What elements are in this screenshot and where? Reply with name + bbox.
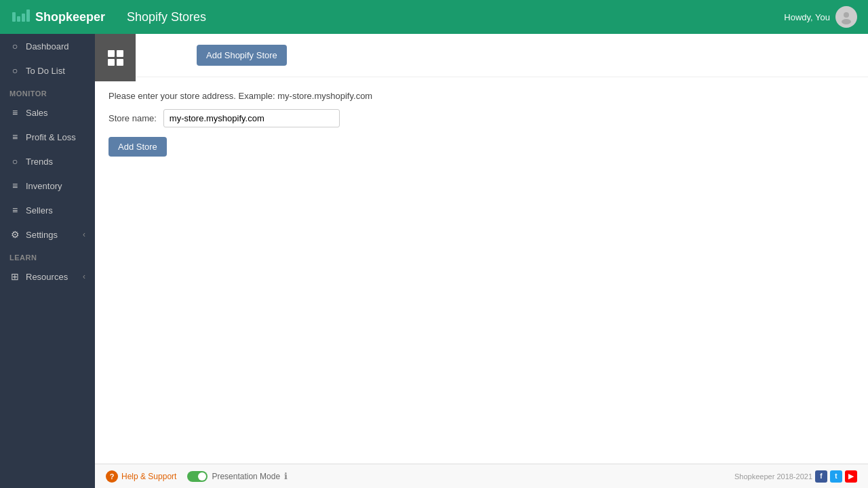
sidebar-item-todo[interactable]: ○ To Do List [0, 58, 95, 83]
store-icon-grid [108, 50, 123, 66]
settings-left: ⚙ Settings [9, 229, 58, 240]
add-store-button[interactable]: Add Store [108, 137, 167, 157]
store-dot-1 [108, 50, 115, 57]
greeting-text: Howdy, You [784, 12, 830, 22]
todo-icon: ○ [9, 65, 20, 76]
learn-section-label: LEARN [0, 247, 95, 264]
sidebar-label-sales: Sales [26, 108, 48, 118]
top-navbar: Shopkeeper Shopify Stores Howdy, You [0, 0, 868, 34]
svg-rect-2 [22, 14, 25, 22]
nav-left: Shopkeeper Shopify Stores [11, 7, 206, 27]
store-dot-3 [108, 59, 115, 66]
form-hint: Please enter your store address. Example… [108, 91, 854, 101]
presentation-info-icon: ℹ [284, 471, 288, 481]
content-wrapper: Add Shopify Store Please enter your stor… [95, 34, 868, 464]
sidebar-item-inventory[interactable]: ≡ Inventory [0, 174, 95, 198]
help-text: Help & Support [121, 472, 176, 481]
main-layout: ○ Dashboard ○ To Do List MONITOR ≡ Sales… [0, 34, 868, 488]
logo-text: Shopkeeper [35, 10, 105, 24]
copyright-text: Shopkeeper 2018-2021 [734, 472, 812, 481]
svg-point-4 [844, 12, 849, 18]
store-dot-2 [117, 50, 123, 57]
help-icon: ? [106, 470, 118, 483]
sidebar-item-trends[interactable]: ○ Trends [0, 149, 95, 174]
nav-right: Howdy, You [784, 6, 857, 28]
sidebar-label-settings: Settings [26, 230, 58, 240]
svg-rect-3 [26, 9, 30, 22]
logo: Shopkeeper [11, 7, 105, 27]
page-title: Shopify Stores [127, 10, 206, 24]
store-name-row: Store name: [108, 109, 854, 127]
sales-icon: ≡ [9, 107, 20, 118]
sidebar-label-profit-loss: Profit & Loss [26, 132, 76, 142]
store-dot-4 [117, 59, 123, 66]
profit-loss-icon: ≡ [9, 131, 20, 142]
monitor-section-label: MONITOR [0, 83, 95, 100]
trends-icon: ○ [9, 156, 20, 167]
sidebar-label-todo: To Do List [26, 66, 65, 76]
footer-right: Shopkeeper 2018-2021 f t ▶ [734, 470, 857, 483]
sellers-icon: ≡ [9, 205, 20, 216]
add-shopify-store-button[interactable]: Add Shopify Store [197, 45, 287, 66]
settings-arrow-icon: ‹ [83, 230, 85, 239]
sidebar-label-dashboard: Dashboard [26, 41, 69, 52]
svg-rect-0 [12, 12, 16, 22]
twitter-icon[interactable]: t [830, 470, 842, 483]
footer-left: ? Help & Support Presentation Mode ℹ [106, 470, 288, 483]
sidebar-item-resources[interactable]: ⊞ Resources ‹ [0, 264, 95, 289]
sidebar-item-profit-loss[interactable]: ≡ Profit & Loss [0, 125, 95, 149]
user-avatar[interactable] [835, 6, 857, 28]
store-icon-block [95, 34, 136, 81]
content-area: Add Shopify Store Please enter your stor… [95, 34, 868, 488]
inventory-icon: ≡ [9, 180, 20, 191]
sidebar-item-dashboard[interactable]: ○ Dashboard [0, 34, 95, 58]
store-name-input[interactable] [163, 109, 340, 127]
sidebar-label-inventory: Inventory [26, 181, 62, 191]
presentation-label: Presentation Mode [212, 472, 280, 481]
presentation-mode: Presentation Mode ℹ [187, 471, 288, 482]
sidebar-label-trends: Trends [26, 157, 53, 167]
facebook-icon[interactable]: f [815, 470, 827, 483]
sidebar-label-sellers: Sellers [26, 205, 53, 216]
footer: ? Help & Support Presentation Mode ℹ Sho… [95, 464, 868, 488]
youtube-icon[interactable]: ▶ [845, 470, 857, 483]
sidebar-item-sales[interactable]: ≡ Sales [0, 100, 95, 125]
sidebar-item-settings[interactable]: ⚙ Settings ‹ [0, 222, 95, 247]
dashboard-icon: ○ [9, 41, 20, 52]
store-name-label: Store name: [108, 113, 157, 123]
resources-icon: ⊞ [9, 271, 20, 282]
presentation-toggle[interactable] [187, 471, 208, 482]
top-section: Add Shopify Store [95, 34, 868, 77]
svg-rect-1 [17, 16, 20, 22]
sidebar-label-resources: Resources [26, 272, 68, 282]
content-main: Add Shopify Store Please enter your stor… [95, 34, 868, 464]
form-section: Please enter your store address. Example… [95, 77, 868, 170]
svg-point-5 [842, 19, 851, 24]
settings-icon: ⚙ [9, 229, 20, 240]
resources-arrow-icon: ‹ [83, 272, 85, 281]
help-support-link[interactable]: ? Help & Support [106, 470, 176, 483]
sidebar-item-sellers[interactable]: ≡ Sellers [0, 198, 95, 222]
sidebar: ○ Dashboard ○ To Do List MONITOR ≡ Sales… [0, 34, 95, 488]
resources-left: ⊞ Resources [9, 271, 68, 282]
